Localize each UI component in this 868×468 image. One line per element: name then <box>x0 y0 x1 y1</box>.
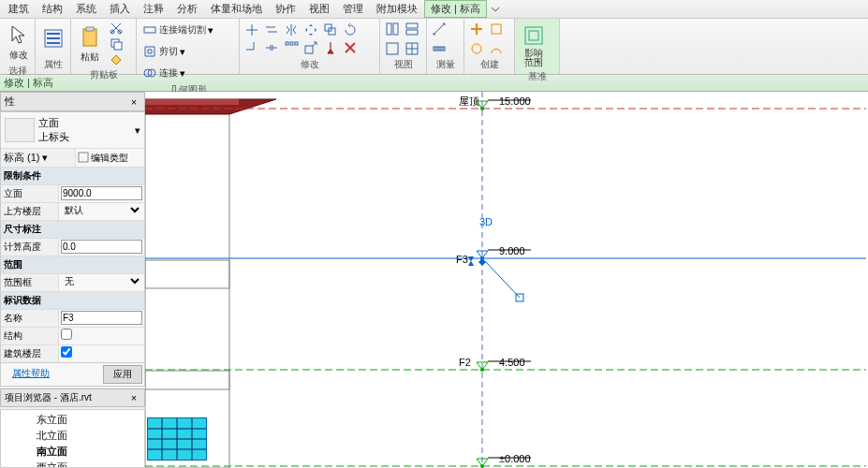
create-btn-2[interactable] <box>488 22 505 37</box>
type-selector[interactable]: 立面 上标头 <box>38 116 131 144</box>
modify-tool-button[interactable]: 修改 <box>4 21 34 64</box>
prop-key: 名称 <box>1 310 59 327</box>
menu-addins[interactable]: 附加模块 <box>370 0 424 18</box>
tree-node[interactable]: 南立面 <box>1 444 144 460</box>
prop-value-checkbox[interactable] <box>61 329 72 340</box>
view-btn-4[interactable] <box>404 41 420 56</box>
menu-modify-level[interactable]: 修改 | 标高 <box>424 0 487 18</box>
3d-extent-icon: 3D <box>479 216 493 227</box>
group-measure-label: 测量 <box>431 57 460 72</box>
properties-help-button[interactable]: 属性帮助 <box>3 365 59 384</box>
prop-key: 建筑楼层 <box>1 345 59 362</box>
svg-rect-17 <box>295 42 298 45</box>
delete-button[interactable] <box>342 40 359 55</box>
align-button[interactable] <box>243 22 260 37</box>
measure-btn-2[interactable] <box>431 41 448 56</box>
move-button[interactable] <box>302 22 319 37</box>
menu-manage[interactable]: 管理 <box>336 0 370 18</box>
type-thumbnail <box>5 118 35 142</box>
edit-type-button[interactable]: 编辑类型 <box>91 152 128 165</box>
cursor-icon <box>6 22 32 49</box>
array-button[interactable] <box>283 40 300 55</box>
mirror-button[interactable] <box>283 22 300 37</box>
svg-rect-16 <box>290 42 293 45</box>
menu-massing[interactable]: 体量和场地 <box>204 0 269 18</box>
svg-rect-27 <box>525 27 542 44</box>
copy-button[interactable] <box>108 37 125 51</box>
prop-value-checkbox[interactable] <box>61 346 72 358</box>
apply-button[interactable]: 应用 <box>103 365 142 384</box>
svg-rect-25 <box>492 24 501 34</box>
join-end-cut-button[interactable]: 连接端切割▾ <box>140 21 215 39</box>
ribbon-expand-icon[interactable] <box>487 2 504 17</box>
tree-node[interactable]: 西立面 <box>1 460 144 468</box>
prop-category: 尺寸标注 <box>1 221 144 238</box>
menu-view[interactable]: 视图 <box>302 0 336 18</box>
dropdown-icon: ▾ <box>208 24 213 37</box>
join-geom-button[interactable]: 连接▾ <box>140 64 187 82</box>
create-btn-3[interactable] <box>468 41 485 56</box>
menu-architecture[interactable]: 建筑 <box>2 0 36 18</box>
create-btn-1[interactable] <box>468 22 485 37</box>
scale-button[interactable] <box>302 40 319 55</box>
offset-button[interactable] <box>263 22 280 37</box>
pin-button[interactable] <box>322 40 339 55</box>
group-datum-label: 基准 <box>519 69 555 84</box>
properties-panel: 立面 上标头 ▾ 标高 (1) ▾ 编辑类型 限制条件立面上方楼层默认尺寸标注计… <box>0 111 145 387</box>
dropdown-icon[interactable]: ▾ <box>42 152 48 163</box>
close-icon[interactable]: × <box>127 391 140 404</box>
svg-line-54 <box>485 261 520 298</box>
prop-key: 计算高度 <box>1 239 59 256</box>
dropdown-icon[interactable]: ▾ <box>135 124 140 137</box>
menu-systems[interactable]: 系统 <box>69 0 103 18</box>
svg-rect-20 <box>393 23 398 35</box>
properties-panel-header[interactable]: 性 × <box>0 92 145 111</box>
view-btn-1[interactable] <box>384 22 401 37</box>
dropdown-icon: ▾ <box>180 46 185 58</box>
copy-elem-button[interactable] <box>322 22 339 37</box>
menu-collaborate[interactable]: 协作 <box>269 0 302 18</box>
scope-button[interactable]: 影响 范围 <box>519 21 549 69</box>
svg-rect-35 <box>145 99 239 105</box>
menu-analyze[interactable]: 分析 <box>170 0 204 18</box>
view-btn-2[interactable] <box>404 22 420 37</box>
group-view-label: 视图 <box>384 57 422 72</box>
level-drag-handle: F3 <box>456 254 523 301</box>
svg-rect-33 <box>145 371 229 389</box>
tree-node[interactable]: 东立面 <box>1 412 144 428</box>
prop-value-input[interactable] <box>61 240 142 254</box>
create-btn-4[interactable] <box>488 41 505 56</box>
trim-button[interactable] <box>243 40 260 55</box>
prop-value-select[interactable]: 无 <box>61 275 142 287</box>
measure-btn-1[interactable] <box>431 22 448 37</box>
match-button[interactable] <box>108 52 125 67</box>
cut-button[interactable] <box>108 21 125 36</box>
prop-value-input[interactable] <box>61 311 142 325</box>
browser-panel-header[interactable]: 项目浏览器 - 酒店.rvt × <box>0 388 145 407</box>
cut-geom-button[interactable]: 剪切▾ <box>140 42 187 61</box>
svg-rect-31 <box>145 112 229 468</box>
tree-node[interactable]: 北立面 <box>1 428 144 444</box>
rotate-button[interactable] <box>342 22 359 37</box>
group-props-label: 属性 <box>39 57 66 72</box>
svg-rect-21 <box>406 23 418 28</box>
drawing-canvas[interactable]: 屋顶15.0009.000F24.500±0.000 3D F3 <box>145 92 868 468</box>
prop-value-input[interactable] <box>61 186 142 200</box>
view-btn-3[interactable] <box>384 41 401 56</box>
menu-annotate[interactable]: 注释 <box>137 0 170 18</box>
prop-value-select[interactable]: 默认 <box>61 204 142 216</box>
close-icon[interactable]: × <box>127 95 140 109</box>
svg-rect-23 <box>387 43 398 54</box>
properties-panel-title: 性 <box>5 95 15 109</box>
paste-button[interactable]: 粘贴 <box>75 22 105 66</box>
svg-point-52 <box>480 464 484 468</box>
join-geom-icon <box>142 66 157 80</box>
join-icon <box>142 22 157 37</box>
prop-category: 标识数据 <box>1 292 144 309</box>
elevation-view: 屋顶15.0009.000F24.500±0.000 3D F3 <box>145 92 868 468</box>
split-button[interactable] <box>263 40 280 55</box>
menu-structure[interactable]: 结构 <box>36 0 69 18</box>
properties-button[interactable] <box>39 24 69 54</box>
svg-rect-22 <box>406 30 418 35</box>
menu-insert[interactable]: 插入 <box>103 0 137 18</box>
